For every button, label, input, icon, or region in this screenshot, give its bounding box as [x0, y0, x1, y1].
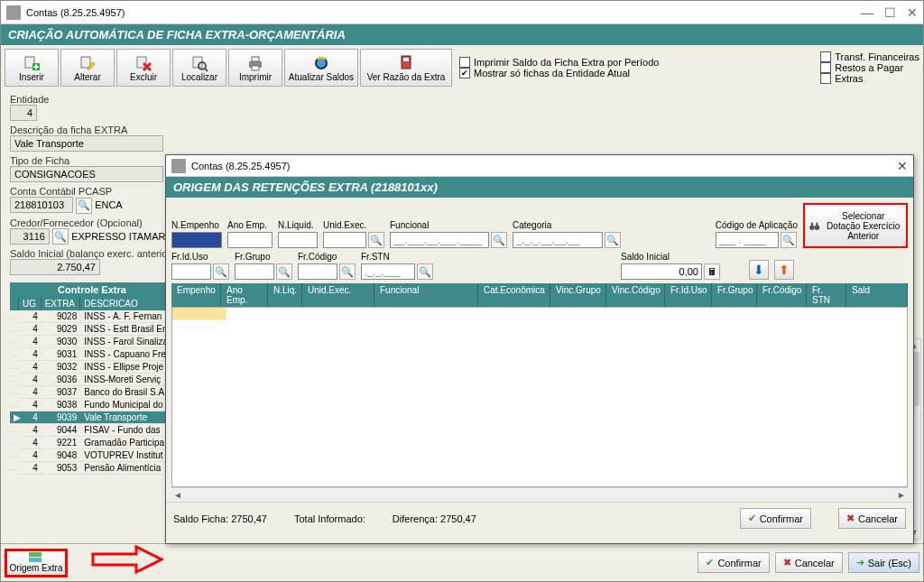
chk-extras[interactable]: [820, 73, 831, 84]
move-down-button[interactable]: ⬇: [749, 260, 769, 280]
modal-grid-header: Empenho Ano Emp. N.Liq. Unid.Exec. Funci…: [171, 283, 908, 307]
unidexec-input[interactable]: [323, 232, 366, 248]
col-vincgrupo[interactable]: Vinc.Grupo: [550, 283, 606, 307]
table-row[interactable]: 49221Gramadão Participa: [10, 437, 174, 449]
unidexec-search-icon[interactable]: 🔍: [368, 232, 384, 248]
chk-transf[interactable]: [820, 51, 831, 62]
frcodigo-input[interactable]: [298, 263, 337, 280]
funcional-label: Funcional: [390, 220, 507, 230]
imprimir-button[interactable]: Imprimir: [228, 49, 282, 87]
footer-sair-button[interactable]: ➔Sair (Esc): [848, 552, 919, 573]
nempenho-input[interactable]: [171, 232, 222, 248]
funcional-search-icon[interactable]: 🔍: [491, 232, 507, 248]
table-row[interactable]: ▶49039Vale Transporte: [10, 411, 174, 424]
alterar-button[interactable]: Alterar: [60, 49, 115, 87]
table-row[interactable]: 49037Banco do Brasil S.A: [10, 386, 174, 399]
table-row[interactable]: 49048VOTUPREV Institut: [10, 449, 174, 462]
friduso-input[interactable]: [171, 263, 211, 280]
sel-dotacao-button[interactable]: Selecionar Dotação Exercício Anterior: [803, 203, 908, 248]
col-frgrupo[interactable]: Fr.Grupo: [712, 283, 757, 307]
cancel-icon: ✖: [846, 513, 855, 524]
codapp-label: Código de Aplicação: [716, 220, 798, 230]
table-row[interactable]: 49032INSS - Ellipse Proje: [10, 361, 174, 374]
total-label: Total Informado:: [294, 513, 365, 524]
frcodigo-search-icon[interactable]: 🔍: [339, 263, 356, 280]
move-up-button[interactable]: ⬆: [774, 260, 794, 280]
modal-confirmar-button[interactable]: ✔Confirmar: [740, 508, 811, 529]
toolbar: Inserir Alterar Excluir Localizar Imprim…: [1, 45, 923, 90]
friduso-search-icon[interactable]: 🔍: [213, 263, 229, 280]
excluir-button[interactable]: Excluir: [116, 49, 171, 87]
categoria-search-icon[interactable]: 🔍: [605, 232, 621, 248]
col-ug[interactable]: UG: [19, 297, 42, 310]
insert-icon: [23, 54, 41, 72]
ledger-icon: [397, 54, 415, 72]
footer-confirmar-button[interactable]: ✔Confirmar: [698, 552, 769, 573]
table-row[interactable]: 49028INSS - A. F. Fernan: [10, 310, 174, 323]
col-friduso[interactable]: Fr.Id.Uso: [665, 283, 712, 307]
col-desc[interactable]: DESCRICAO: [80, 297, 174, 310]
col-funcional[interactable]: Funcional: [374, 283, 478, 307]
col-anoemp[interactable]: Ano Emp.: [221, 283, 268, 307]
col-extra[interactable]: EXTRA: [42, 297, 81, 310]
inserir-button[interactable]: Inserir: [5, 49, 59, 87]
table-row[interactable]: 49031INSS - Capuano Fre: [10, 348, 174, 361]
col-frcodigo[interactable]: Fr.Código: [757, 283, 807, 307]
svg-rect-12: [403, 58, 409, 61]
exit-icon: ➔: [856, 557, 864, 568]
col-nliq[interactable]: N.Liq.: [268, 283, 302, 307]
origem-extra-button[interactable]: Origem Extra: [5, 549, 68, 577]
frgrupo-label: Fr.Grupo: [235, 252, 292, 262]
saldoficha-label: Saldo Ficha:: [173, 513, 228, 524]
table-row[interactable]: 49053Pensão Alimentícia: [10, 462, 174, 475]
modal-close-button[interactable]: ✕: [897, 159, 908, 173]
modal-grid-body[interactable]: [171, 307, 908, 487]
svg-rect-7: [252, 57, 259, 61]
saldoficha-value: 2750,47: [231, 513, 267, 524]
funcional-input[interactable]: [390, 232, 489, 248]
col-cateco[interactable]: Cat.Econômica: [478, 283, 550, 307]
chk-mostrar-entidade[interactable]: [459, 68, 470, 79]
chk-restos[interactable]: [820, 62, 831, 73]
table-row[interactable]: 49036INSS-Moreti Serviç: [10, 374, 174, 386]
minimize-button[interactable]: —: [861, 5, 873, 20]
frgrupo-input[interactable]: [235, 263, 274, 280]
categoria-input[interactable]: [513, 232, 603, 248]
close-button[interactable]: ✕: [907, 5, 918, 20]
modal-titlebar: Contas (8.25.25.4957) ✕: [166, 155, 913, 177]
table-row[interactable]: 49038Fundo Municipal do: [10, 399, 174, 411]
codapp-input[interactable]: [716, 232, 779, 248]
nliquid-input[interactable]: [278, 232, 318, 248]
credor-search-icon[interactable]: 🔍: [52, 228, 69, 245]
table-row[interactable]: 49044FISAV - Fundo das: [10, 424, 174, 437]
conta-search-icon[interactable]: 🔍: [76, 198, 92, 214]
frstn-input[interactable]: [361, 263, 415, 280]
col-empenho[interactable]: Empenho: [171, 283, 221, 307]
svg-rect-14: [29, 558, 42, 562]
modal-grid-hscroll[interactable]: ◄►: [171, 487, 908, 502]
col-unidexec[interactable]: Unid.Exec.: [302, 283, 374, 307]
saldoinicial-input[interactable]: [621, 263, 702, 280]
col-frstn[interactable]: Fr. STN: [807, 283, 846, 307]
modal-grid-active-row[interactable]: [172, 308, 226, 320]
codapp-search-icon[interactable]: 🔍: [781, 232, 797, 248]
table-row[interactable]: 49029INSS - Estt Brasil En: [10, 323, 174, 336]
frgrupo-search-icon[interactable]: 🔍: [276, 263, 292, 280]
col-sald[interactable]: Sald: [846, 283, 908, 307]
chk-imprimir-saldo[interactable]: [459, 57, 470, 68]
anoemp-label: Ano Emp.: [227, 220, 273, 230]
localizar-button[interactable]: Localizar: [172, 49, 226, 87]
modal-cancelar-button[interactable]: ✖Cancelar: [838, 508, 906, 529]
credor-value: 3116: [10, 228, 50, 245]
maximize-button[interactable]: ☐: [884, 5, 896, 20]
svg-point-16: [815, 225, 820, 230]
calc-icon[interactable]: 🖩: [704, 263, 720, 280]
table-row[interactable]: 49030INSS - Farol Sinaliza: [10, 336, 174, 348]
atualizar-saldos-button[interactable]: Atualizar Saldos: [284, 49, 358, 87]
col-vinccod[interactable]: Vinc.Código: [606, 283, 665, 307]
footer-cancelar-button[interactable]: ✖Cancelar: [775, 552, 843, 573]
frstn-search-icon[interactable]: 🔍: [417, 263, 433, 280]
anoemp-input[interactable]: [227, 232, 273, 248]
ver-razao-button[interactable]: Ver Razão da Extra: [360, 49, 452, 87]
frstn-label: Fr.STN: [361, 252, 433, 262]
